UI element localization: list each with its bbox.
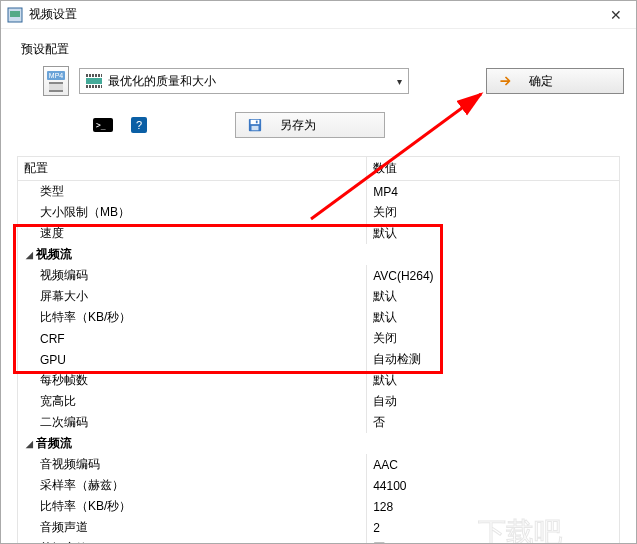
svg-rect-7 — [252, 126, 259, 130]
svg-rect-4 — [49, 90, 63, 92]
table-row[interactable]: 关闭音效否 — [18, 538, 620, 544]
col-header-key[interactable]: 配置 — [18, 157, 367, 181]
svg-rect-8 — [256, 121, 258, 124]
table-row[interactable]: 每秒帧数默认 — [18, 370, 620, 391]
ok-arrow-icon — [499, 74, 513, 88]
table-row[interactable]: 采样率（赫兹）44100 — [18, 475, 620, 496]
section-row[interactable]: 视频流 — [18, 244, 620, 265]
table-row[interactable]: CRF关闭 — [18, 328, 620, 349]
preset-select[interactable]: 最优化的质量和大小 ▾ — [79, 68, 409, 94]
film-icon — [86, 74, 102, 88]
ok-button[interactable]: 确定 — [486, 68, 624, 94]
table-row[interactable]: 大小限制（MB）关闭 — [18, 202, 620, 223]
table-row[interactable]: 音视频编码AAC — [18, 454, 620, 475]
table-row[interactable]: 二次编码否 — [18, 412, 620, 433]
table-row[interactable]: 比特率（KB/秒）默认 — [18, 307, 620, 328]
window-title: 视频设置 — [29, 6, 602, 23]
table-row[interactable]: 视频编码AVC(H264) — [18, 265, 620, 286]
table-row[interactable]: 速度默认 — [18, 223, 620, 244]
table-row[interactable]: GPU自动检测 — [18, 349, 620, 370]
close-icon[interactable]: ✕ — [602, 7, 630, 23]
help-icon[interactable]: ? — [131, 117, 147, 133]
table-row[interactable]: 类型MP4 — [18, 181, 620, 203]
preset-label: 预设配置 — [21, 41, 624, 58]
floppy-icon — [248, 118, 262, 132]
table-row[interactable]: 比特率（KB/秒）128 — [18, 496, 620, 517]
app-icon — [7, 7, 23, 23]
titlebar: 视频设置 ✕ — [1, 1, 636, 29]
table-row[interactable]: 宽高比自动 — [18, 391, 620, 412]
settings-table: 配置 数值 类型MP4大小限制（MB）关闭速度默认视频流视频编码AVC(H264… — [17, 156, 620, 544]
chevron-down-icon: ▾ — [397, 76, 402, 87]
section-row[interactable]: 音频流 — [18, 433, 620, 454]
table-row[interactable]: 音频声道2 — [18, 517, 620, 538]
save-as-button[interactable]: 另存为 — [235, 112, 385, 138]
preset-selected-text: 最优化的质量和大小 — [108, 73, 216, 90]
command-line-icon[interactable]: >_ — [93, 118, 113, 132]
table-row[interactable]: 屏幕大小默认 — [18, 286, 620, 307]
svg-rect-1 — [10, 11, 20, 17]
svg-rect-3 — [49, 82, 63, 84]
ok-button-label: 确定 — [529, 73, 553, 90]
mp4-icon: MP4 — [43, 66, 69, 96]
col-header-val[interactable]: 数值 — [367, 157, 620, 181]
svg-rect-6 — [251, 120, 260, 124]
save-as-label: 另存为 — [280, 117, 316, 134]
